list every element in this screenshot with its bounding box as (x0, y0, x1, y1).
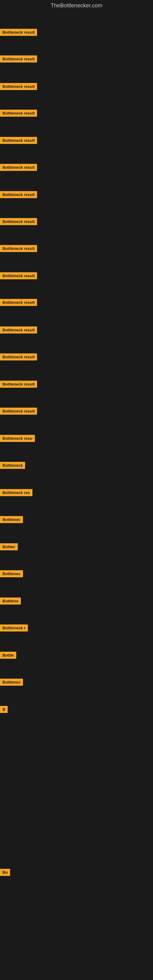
bottleneck-badge[interactable]: Bottle (0, 652, 16, 659)
bottleneck-item: Bottlenec (0, 679, 23, 687)
bottleneck-badge[interactable]: Bottleneck result (0, 29, 37, 36)
bottleneck-badge[interactable]: Bottlenec (0, 516, 23, 523)
bottleneck-badge[interactable]: Bottleneck (0, 462, 25, 469)
bottleneck-item: Bottleneck res (0, 489, 32, 497)
bottleneck-badge[interactable]: Bottleneck result (0, 353, 37, 360)
bottleneck-item: Bo (0, 869, 10, 877)
bottleneck-badge[interactable]: B (0, 706, 8, 713)
bottleneck-badge[interactable]: Bottleneck result (0, 245, 37, 252)
bottleneck-item: Bottleneck result (0, 381, 37, 389)
bottleneck-item: Bottleneck result (0, 407, 37, 416)
bottleneck-badge[interactable]: Bo (0, 869, 10, 876)
bottleneck-item: Bottleneck result (0, 83, 37, 91)
bottleneck-badge[interactable]: Bottleneck result (0, 83, 37, 90)
bottleneck-item: Bottleneck result (0, 110, 37, 118)
bottleneck-badge[interactable]: Bottleneck result (0, 56, 37, 62)
bottleneck-item: Bottleneck result (0, 29, 37, 37)
bottleneck-item: Bottleneck result (0, 245, 37, 253)
bottleneck-item: Bottleneck resu (0, 435, 35, 443)
bottleneck-item: Bottleneck result (0, 353, 37, 362)
bottleneck-item: Bottleneck r (0, 624, 28, 633)
bottleneck-item: Bottle (0, 652, 16, 660)
bottleneck-item: Bottlenec (0, 516, 23, 524)
bottleneck-badge[interactable]: Bottleneck res (0, 489, 32, 496)
bottleneck-badge[interactable]: Bottleneck r (0, 624, 28, 632)
bottleneck-badge[interactable]: Bottleneck result (0, 299, 37, 306)
bottleneck-item: Bottleneck result (0, 299, 37, 307)
bottleneck-item: Bottleneck result (0, 218, 37, 226)
bottleneck-badge[interactable]: Bottleneck resu (0, 435, 35, 442)
bottleneck-item: Bottler (0, 543, 18, 552)
bottleneck-item: B (0, 706, 8, 714)
site-title: TheBottlenecker.com (0, 0, 153, 11)
bottleneck-badge[interactable]: Bottleneck result (0, 110, 37, 117)
bottleneck-badge[interactable]: Bottleneck result (0, 381, 37, 388)
bottleneck-item: Bottleneck result (0, 56, 37, 64)
bottleneck-item: Bottleneck result (0, 191, 37, 199)
bottleneck-badge[interactable]: Bottlenec (0, 570, 23, 577)
bottleneck-item: Bottleneck result (0, 164, 37, 172)
bottleneck-item: Bottleneck result (0, 272, 37, 280)
bottleneck-badge[interactable]: Bottlenec (0, 679, 23, 686)
bottleneck-badge[interactable]: Bottleneck result (0, 218, 37, 225)
bottleneck-badge[interactable]: Bottleneck result (0, 137, 37, 144)
bottleneck-item: Bottleneck (0, 462, 25, 470)
bottleneck-badge[interactable]: Bottleneck result (0, 326, 37, 334)
bottleneck-item: Bottleneck result (0, 137, 37, 145)
bottleneck-item: Bottleneck result (0, 326, 37, 335)
bottleneck-badge[interactable]: Bottler (0, 543, 18, 550)
bottleneck-badge[interactable]: Bottleneck result (0, 272, 37, 279)
bottleneck-badge[interactable]: Bottlene (0, 598, 21, 605)
bottleneck-badge[interactable]: Bottleneck result (0, 407, 37, 415)
bottleneck-item: Bottlenec (0, 570, 23, 579)
bottleneck-item: Bottlene (0, 598, 21, 606)
bottleneck-badge[interactable]: Bottleneck result (0, 164, 37, 171)
bottleneck-badge[interactable]: Bottleneck result (0, 191, 37, 198)
